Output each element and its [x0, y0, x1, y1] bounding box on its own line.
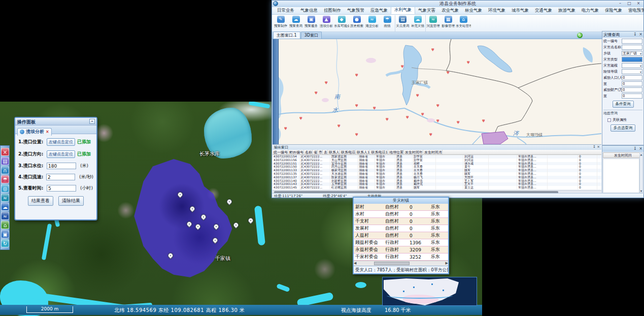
- minimize-icon[interactable]: –: [89, 119, 95, 124]
- column-header[interactable]: 野外编号: [288, 150, 304, 154]
- table-row[interactable]: 430722001154JC43072222...国家渡监测 湖南省常德市澧县 …: [273, 155, 601, 159]
- action-button[interactable]: 结果查看: [28, 196, 53, 206]
- disaster-marker-icon[interactable]: ψ: [482, 119, 485, 122]
- link-attribute-checkbox[interactable]: 关联属性: [607, 117, 643, 122]
- view-tab[interactable]: 主图窗口.1: [273, 31, 300, 39]
- chevron-down-icon[interactable]: ▾: [640, 52, 641, 55]
- action-button[interactable]: 清除结果: [58, 196, 84, 206]
- disaster-marker-icon[interactable]: ψ: [401, 65, 404, 68]
- pin-icon[interactable]: ↧: [633, 32, 637, 37]
- vertical-scrollbar[interactable]: ▲ ▼: [639, 152, 643, 193]
- disaster-marker-icon[interactable]: ψ: [436, 119, 439, 122]
- horizontal-scrollbar[interactable]: ◀▶: [354, 261, 448, 266]
- value-input[interactable]: 5: [47, 185, 76, 192]
- waves-icon[interactable]: ≈: [1, 212, 9, 220]
- village-row[interactable]: 人益村自然村0乐东: [354, 232, 448, 239]
- field-input[interactable]: ▾: [622, 63, 642, 68]
- umbrella-icon[interactable]: ◎: [1, 184, 9, 193]
- menu-tab[interactable]: 城市气象: [509, 7, 532, 14]
- column-header[interactable]: 联系人: [328, 150, 340, 154]
- menu-tab[interactable]: 林业气象: [462, 7, 485, 14]
- column-header[interactable]: 地理位置: [388, 150, 404, 154]
- disaster-marker-icon[interactable]: ψ: [355, 133, 358, 136]
- chevron-down-icon[interactable]: ▾: [640, 58, 641, 61]
- multi-select-query-button[interactable]: 多点选查询: [611, 124, 636, 132]
- window-control-icon[interactable]: ×: [635, 1, 642, 6]
- rain-cloud-icon[interactable]: ☁: [1, 203, 9, 211]
- tab-dam-break-analysis[interactable]: 溃坝分析 ×: [17, 128, 52, 136]
- disaster-marker-icon[interactable]: ψ: [416, 93, 419, 97]
- value-input[interactable]: 2: [46, 174, 75, 180]
- disaster-marker-icon[interactable]: ψ: [447, 71, 450, 74]
- field-input[interactable]: ▾: [622, 45, 642, 50]
- vector-map-region[interactable]: ψψψψψψψψψψψψψψψψψψψψψψ 王家厂镇大堰垱镇涔南水: [273, 39, 601, 144]
- menu-tab[interactable]: 雷电预警: [625, 7, 644, 14]
- wave-splash-icon[interactable]: ≈: [1, 194, 9, 202]
- column-header[interactable]: 县: [323, 150, 328, 154]
- menu-tab[interactable]: 挂图制作: [321, 7, 344, 14]
- disaster-marker-icon[interactable]: ψ: [299, 116, 302, 120]
- value-input[interactable]: 180: [47, 163, 76, 169]
- menu-tab[interactable]: 农业气象: [438, 7, 462, 14]
- table-row[interactable]: 430722001156JC43072222...大山里监测 湖南省常德市澧县 …: [273, 159, 601, 162]
- disaster-marker-icon[interactable]: ψ: [315, 91, 318, 94]
- disaster-marker-icon[interactable]: ψ: [429, 133, 432, 136]
- field-input[interactable]: 0 ▾: [622, 93, 642, 99]
- close-icon[interactable]: ×: [639, 32, 642, 37]
- menu-tab[interactable]: 旅游气象: [555, 7, 579, 14]
- pick-location-button[interactable]: 左键点击定位: [47, 138, 75, 146]
- scrollbar-thumb[interactable]: [374, 262, 410, 265]
- ribbon-button[interactable]: ≈ 河流管理: [425, 15, 440, 31]
- disaster-marker-icon[interactable]: ψ: [431, 48, 434, 51]
- ribbon-button[interactable]: ▦ 影像管理: [440, 15, 456, 31]
- menu-tab[interactable]: 气象预警: [344, 7, 367, 14]
- view-tab[interactable]: 3D窗口: [301, 31, 322, 39]
- pin-icon[interactable]: ↧: [593, 145, 596, 149]
- refresh-icon[interactable]: ↻: [577, 33, 583, 38]
- table-row[interactable]: 430722001145JC43072222...红岩嘴监测 湖南省常德市澧县 …: [273, 186, 601, 189]
- collapsed-layer-panel[interactable]: [273, 39, 279, 144]
- scroll-up-icon[interactable]: ▲: [640, 153, 642, 156]
- column-header[interactable]: 发生时间日: [603, 152, 643, 158]
- menu-tab[interactable]: 环境气象: [485, 7, 509, 14]
- close-icon[interactable]: ×: [1, 148, 9, 156]
- chevron-down-icon[interactable]: ▾: [640, 64, 641, 68]
- disaster-marker-icon[interactable]: ψ: [386, 117, 389, 121]
- disaster-marker-icon[interactable]: ψ: [337, 124, 341, 128]
- field-input[interactable]: 0 ▾: [622, 81, 642, 86]
- column-header[interactable]: 名称: [304, 150, 313, 154]
- pin-icon[interactable]: ↧: [633, 146, 637, 151]
- ribbon-button[interactable]: ◆ 水库可视化: [334, 15, 349, 31]
- panel-header[interactable]: ↧ ×: [602, 146, 643, 152]
- menu-tab[interactable]: 电力气象: [579, 7, 602, 14]
- disaster-marker-icon[interactable]: ψ: [406, 115, 409, 119]
- table-row[interactable]: 430722001140JC43072222...刘家桥监测 湖南省常德市澧县 …: [273, 179, 601, 183]
- menu-tab[interactable]: 保险气象: [602, 7, 625, 14]
- window-titlebar[interactable]: 港县业务制作系统 –□×: [272, 1, 643, 7]
- ribbon-button[interactable]: ▲ 溃坝分析: [319, 15, 334, 31]
- column-header[interactable]: 联系人1: [356, 150, 370, 154]
- menu-tab[interactable]: 日常业务: [274, 7, 297, 14]
- ribbon-button[interactable]: ▣ 预警服务: [303, 15, 319, 31]
- village-row[interactable]: 水村自然村0乐东: [354, 211, 448, 218]
- condition-query-button[interactable]: 条件查询: [613, 101, 634, 108]
- table-row[interactable]: 430722001143JC43072222...五里桥监测 湖南省常德市澧县 …: [273, 182, 601, 186]
- ribbon-button[interactable]: ☁ 预警查询: [288, 15, 303, 31]
- ribbon-button[interactable]: ✎ 预警制作: [273, 15, 288, 31]
- ribbon-button[interactable]: ≈ 淹没分析: [364, 15, 380, 31]
- chevron-down-icon[interactable]: ▾: [640, 70, 641, 74]
- home-icon[interactable]: ⌂: [1, 221, 9, 229]
- panel-header[interactable]: 灾情查询 ↧ ×: [602, 31, 643, 38]
- operation-panel-titlebar[interactable]: 操作面板 –: [15, 118, 96, 125]
- field-input[interactable]: ▾: [622, 69, 642, 74]
- disaster-marker-icon[interactable]: ψ: [355, 104, 358, 107]
- column-header[interactable]: 联系电话: [340, 150, 356, 154]
- village-row[interactable]: 千支村自然村0乐东: [354, 218, 448, 225]
- menu-tab[interactable]: 气象信息: [297, 7, 321, 14]
- ribbon-button[interactable]: ● 历史检索: [349, 15, 364, 31]
- field-input[interactable]: 0 ▾: [622, 87, 642, 92]
- ribbon-button[interactable]: ☁ 补充灾情: [410, 15, 425, 31]
- close-icon[interactable]: ×: [597, 145, 600, 149]
- column-header[interactable]: 市: [318, 150, 323, 154]
- person-alert-icon[interactable]: ☂: [1, 175, 9, 183]
